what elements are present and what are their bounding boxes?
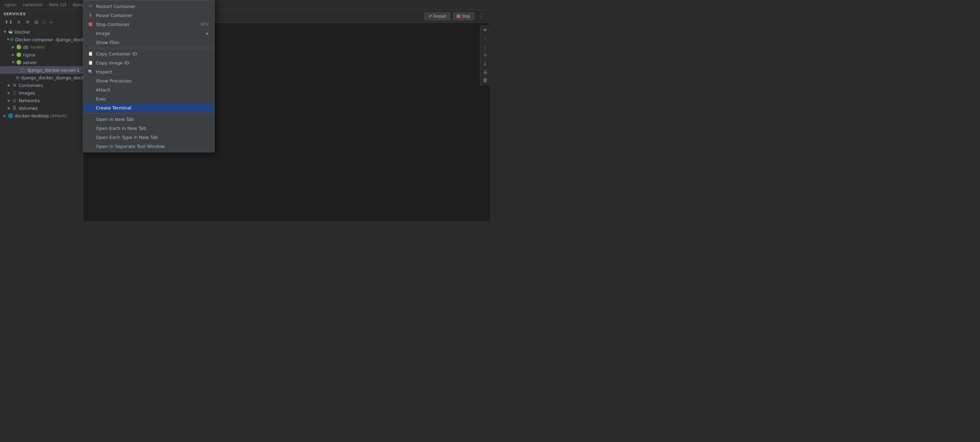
add-button[interactable]: + <box>48 18 54 26</box>
arrow-server-container <box>15 68 19 72</box>
menu-item-open-each-type[interactable]: Open Each Type in New Tab <box>83 132 214 142</box>
sidebar-item-volumes[interactable]: ▶ 🗄 Volumes <box>0 104 83 112</box>
stop-square-icon <box>89 22 92 26</box>
pause-menu-label: Pause Container <box>96 13 133 18</box>
sidebar-item-networks[interactable]: ▶ ⊡ Networks <box>0 97 83 104</box>
menu-item-exec[interactable]: Exec <box>83 94 214 103</box>
stop-shortcut: ⌘F2 <box>200 22 209 27</box>
db-label: db <box>23 45 29 50</box>
scroll-down-button[interactable]: ↓ <box>481 43 489 51</box>
restart-label: Restart <box>433 14 447 19</box>
context-menu[interactable]: ↺ Restart Container ⏸ Pause Container St… <box>83 0 215 152</box>
scroll-up-button[interactable]: ↑ <box>481 35 489 42</box>
menu-item-stop[interactable]: Stop Container ⌘F2 <box>83 20 214 29</box>
menu-item-show-files[interactable]: Show Files <box>83 38 214 47</box>
sidebar: Services ⬆⬇ ✕ 👁 ⊞ □ + ▼ 🐳 Docker ▼ ⚙ Doc… <box>0 10 83 221</box>
expand-button[interactable]: □ <box>41 18 47 26</box>
log-sidebar-icons: 👁 ↑ ↓ ≡ ⤓ 🖨 🗑 <box>480 25 490 85</box>
arrow-docker: ▼ <box>3 30 7 34</box>
sidebar-item-docker-desktop[interactable]: ▶ 🌐 docker-desktop [default] <box>0 112 83 120</box>
menu-item-pause[interactable]: ⏸ Pause Container <box>83 11 214 20</box>
networks-icon: ⊡ <box>12 98 18 103</box>
volume-label: django_docker_django_docker... <box>21 75 83 80</box>
server-icon: 🟢 <box>16 59 21 65</box>
volumes-label: Volumes <box>19 106 38 111</box>
arrow-db: ▶ <box>11 45 15 49</box>
show-processes-icon <box>88 78 93 83</box>
menu-item-attach[interactable]: Attach <box>83 85 214 94</box>
arrow-docker-desktop: ▶ <box>3 113 7 118</box>
server-container-icon: □ <box>20 67 25 73</box>
breadcrumb-item-nginx: nginx: <box>4 2 17 7</box>
wrap-lines-button[interactable]: ≡ <box>481 51 489 59</box>
more-options-button[interactable]: ⋮ <box>477 12 486 21</box>
menu-item-inspect[interactable]: 🔍 Inspect <box>83 67 214 76</box>
server-container-label: django_docker-server-1 <box>27 67 80 73</box>
volumes-icon: 🗄 <box>12 105 18 111</box>
close-button[interactable]: ✕ <box>15 18 23 26</box>
eye-toggle-button[interactable]: 👁 <box>481 26 489 34</box>
breadcrumb-sep-3: › <box>68 2 70 7</box>
arrow-containers: ▶ <box>7 83 11 87</box>
copy-image-label: Copy Image ID <box>96 60 129 65</box>
compose-label: Docker-compose: django_docker <box>15 37 83 42</box>
menu-item-create-terminal[interactable]: Create Terminal <box>83 103 214 112</box>
attach-label: Attach <box>96 87 110 93</box>
stop-menu-icon <box>88 21 93 27</box>
sidebar-item-db[interactable]: ▶ 🟢 db healthy <box>0 43 83 51</box>
menu-item-show-processes[interactable]: Show Processes <box>83 76 214 85</box>
sidebar-item-server[interactable]: ▼ 🟢 server <box>0 59 83 66</box>
menu-item-copy-container-id[interactable]: 📋 Copy Container ID <box>83 49 214 58</box>
show-files-icon <box>88 40 93 45</box>
breadcrumb-sep-1: › <box>19 2 21 7</box>
show-files-label: Show Files <box>96 40 119 45</box>
sidebar-item-compose[interactable]: ▼ ⚙ Docker-compose: django_docker <box>0 36 83 43</box>
volume-icon: ⊞ <box>16 75 19 80</box>
sidebar-item-nginx[interactable]: ▶ 🟢 nginx <box>0 51 83 59</box>
menu-item-open-separate-window[interactable]: Open in Separate Tool Window <box>83 142 214 151</box>
images-label: Images <box>19 90 35 96</box>
show-processes-label: Show Processes <box>96 78 132 83</box>
scroll-end-button[interactable]: ⤓ <box>481 59 489 67</box>
sidebar-header: Services <box>0 10 83 18</box>
menu-item-open-each-new-tab[interactable]: Open Each in New Tab <box>83 124 214 132</box>
menu-item-open-new-tab[interactable]: Open in New Tab <box>83 115 214 124</box>
arrow-compose: ▼ <box>7 37 10 41</box>
stop-label: Stop <box>461 14 470 19</box>
menu-item-image[interactable]: Image ▶ <box>83 29 214 38</box>
menu-item-copy-image-id[interactable]: 📋 Copy Image ID <box>83 58 214 67</box>
sidebar-item-server-container[interactable]: □ django_docker-server-1 <box>0 66 83 74</box>
image-submenu-arrow: ▶ <box>206 32 209 35</box>
copy-image-icon: 📋 <box>88 60 93 65</box>
open-separate-icon <box>88 144 93 149</box>
open-each-new-tab-label: Open Each in New Tab <box>96 126 146 131</box>
open-each-type-icon <box>88 134 93 140</box>
create-terminal-icon <box>88 105 93 110</box>
filter-button[interactable]: 👁 <box>24 18 32 26</box>
sidebar-item-docker[interactable]: ▼ 🐳 Docker <box>0 28 83 36</box>
sidebar-item-server-volume[interactable]: ⊞ django_docker_django_docker... <box>0 74 83 81</box>
sidebar-item-images[interactable]: ▶ ⬡ Images <box>0 89 83 97</box>
funnel-button[interactable]: ⊞ <box>33 18 40 26</box>
nginx-label: nginx <box>23 52 35 57</box>
image-menu-label: Image <box>96 31 110 36</box>
containers-label: Containers <box>19 83 43 88</box>
exec-label: Exec <box>96 96 107 102</box>
open-each-type-label: Open Each Type in New Tab <box>96 135 158 140</box>
restart-menu-icon: ↺ <box>88 3 93 9</box>
images-icon: ⬡ <box>12 90 18 96</box>
arrow-images: ▶ <box>7 91 11 95</box>
nginx-icon: 🟢 <box>16 52 21 57</box>
collapse-all-button[interactable]: ⬆⬇ <box>3 18 14 26</box>
stop-button[interactable]: Stop <box>453 13 474 20</box>
sidebar-item-containers[interactable]: ▶ ⊞ Containers <box>0 81 83 89</box>
copy-container-icon: 📋 <box>88 51 93 56</box>
arrow-volumes: ▶ <box>7 106 11 110</box>
docker-icon: 🐳 <box>8 29 13 35</box>
print-button[interactable]: 🖨 <box>481 68 489 75</box>
restart-button[interactable]: ↺ Restart <box>425 13 450 20</box>
menu-item-restart[interactable]: ↺ Restart Container <box>83 2 214 11</box>
pause-menu-icon: ⏸ <box>88 13 93 18</box>
clear-button[interactable]: 🗑 <box>481 76 489 84</box>
breadcrumb: nginx: › networks: › Item 1/1 › django_d… <box>0 0 490 10</box>
